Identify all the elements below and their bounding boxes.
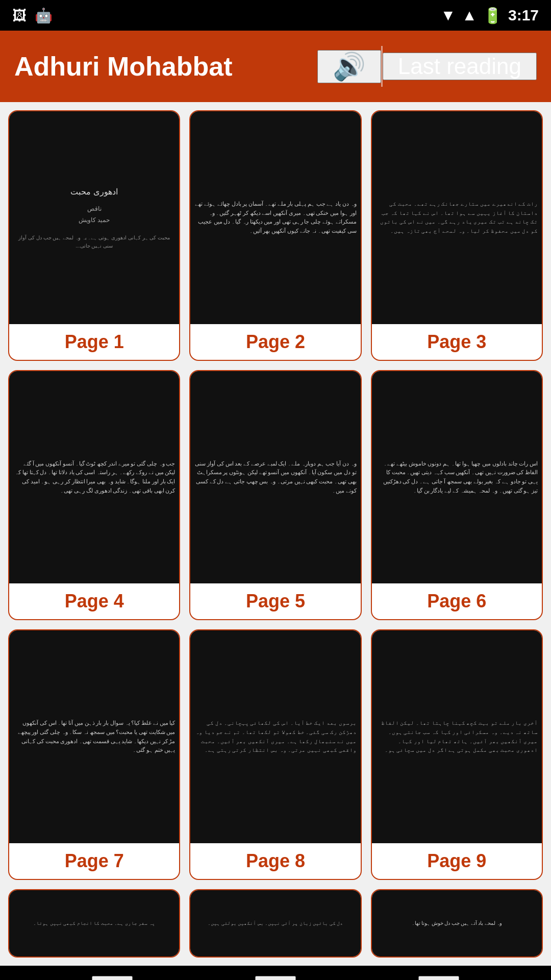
status-bar-right: ▼ ▲ 🔋 3:17 <box>441 7 539 24</box>
page-thumbnail-1: ادھوری محبت ناقص حمید کاویش محبت کی ہر ک… <box>9 111 179 324</box>
page-label-9: Page 9 <box>372 843 542 879</box>
app-title: Adhuri Mohabbat <box>14 51 317 82</box>
page-thumbnail-3: رات کے اندھیرے میں ستارے جھانک رہے تھے۔ … <box>372 111 542 324</box>
home-button[interactable]: ○ <box>255 976 296 980</box>
page-label-6: Page 6 <box>372 583 542 619</box>
page-thumbnail-8: برسوں بعد ایک خط آیا۔ اس کی لکھائی پہچان… <box>190 630 360 843</box>
page-thumbnail-11: دل کی باتیں زبان پر آتی نہیں۔ بس آنکھیں … <box>190 890 360 957</box>
battery-icon: 🔋 <box>483 7 502 24</box>
wifi-icon: ▼ <box>441 7 456 24</box>
sound-button[interactable]: 🔊 <box>317 50 381 83</box>
page-label-8: Page 8 <box>190 843 360 879</box>
page-thumbnail-9: آخری بار ملے تو بہت کچھ کہنا چاہتا تھا۔ … <box>372 630 542 843</box>
time-display: 3:17 <box>508 7 539 24</box>
page-card-8[interactable]: برسوں بعد ایک خط آیا۔ اس کی لکھائی پہچان… <box>189 629 361 880</box>
page-label-5: Page 5 <box>190 583 360 619</box>
page-card-3[interactable]: رات کے اندھیرے میں ستارے جھانک رہے تھے۔ … <box>371 110 543 361</box>
page-label-7: Page 7 <box>9 843 179 879</box>
android-icon: 🤖 <box>35 7 53 24</box>
header: Adhuri Mohabbat 🔊 Last reading <box>0 31 551 102</box>
page-label-1: Page 1 <box>9 324 179 360</box>
status-bar: 🖼 🤖 ▼ ▲ 🔋 3:17 <box>0 0 551 31</box>
pages-grid: ادھوری محبت ناقص حمید کاویش محبت کی ہر ک… <box>0 102 551 966</box>
page-card-2[interactable]: وہ دن یاد ہے جب ہم پہلی بار ملے تھے۔ آسم… <box>189 110 361 361</box>
page-thumbnail-7: کیا میں نے غلط کیا؟ یہ سوال بار بار ذہن … <box>9 630 179 843</box>
page-thumbnail-2: وہ دن یاد ہے جب ہم پہلی بار ملے تھے۔ آسم… <box>190 111 360 324</box>
page-thumbnail-6: اس رات چاند بادلوں میں چھپا ہوا تھا۔ ہم … <box>372 371 542 584</box>
signal-icon: ▲ <box>462 7 477 24</box>
sound-icon: 🔊 <box>333 51 366 82</box>
page-card-1[interactable]: ادھوری محبت ناقص حمید کاویش محبت کی ہر ک… <box>8 110 180 361</box>
page-card-12[interactable]: وہ لمحے یاد آتے ہیں جب دل خوش ہوتا تھا۔ <box>371 889 543 958</box>
status-bar-left: 🖼 🤖 <box>12 7 53 24</box>
bottom-nav: ◁ ○ □ <box>0 966 551 980</box>
page-card-11[interactable]: دل کی باتیں زبان پر آتی نہیں۔ بس آنکھیں … <box>189 889 361 958</box>
page-label-3: Page 3 <box>372 324 542 360</box>
recents-button[interactable]: □ <box>418 976 459 980</box>
last-reading-button[interactable]: Last reading <box>383 53 537 80</box>
page-thumbnail-4: جب وہ چلی گئی تو میرے اندر کچھ ٹوٹ گیا۔ … <box>9 371 179 584</box>
photo-icon: 🖼 <box>12 7 27 24</box>
page-card-7[interactable]: کیا میں نے غلط کیا؟ یہ سوال بار بار ذہن … <box>8 629 180 880</box>
page-card-5[interactable]: وہ دن آیا جب ہم دوبارہ ملے۔ ایک لمبے عرص… <box>189 370 361 621</box>
page-label-2: Page 2 <box>190 324 360 360</box>
page-card-4[interactable]: جب وہ چلی گئی تو میرے اندر کچھ ٹوٹ گیا۔ … <box>8 370 180 621</box>
page-thumbnail-10: یہ سفر جاری ہے۔ محبت کا انجام کبھی نہیں … <box>9 890 179 957</box>
page-thumbnail-5: وہ دن آیا جب ہم دوبارہ ملے۔ ایک لمبے عرص… <box>190 371 360 584</box>
page-thumbnail-12: وہ لمحے یاد آتے ہیں جب دل خوش ہوتا تھا۔ <box>372 890 542 957</box>
page-card-6[interactable]: اس رات چاند بادلوں میں چھپا ہوا تھا۔ ہم … <box>371 370 543 621</box>
back-button[interactable]: ◁ <box>92 976 133 980</box>
page-card-9[interactable]: آخری بار ملے تو بہت کچھ کہنا چاہتا تھا۔ … <box>371 629 543 880</box>
page-label-4: Page 4 <box>9 583 179 619</box>
page-card-10[interactable]: یہ سفر جاری ہے۔ محبت کا انجام کبھی نہیں … <box>8 889 180 958</box>
